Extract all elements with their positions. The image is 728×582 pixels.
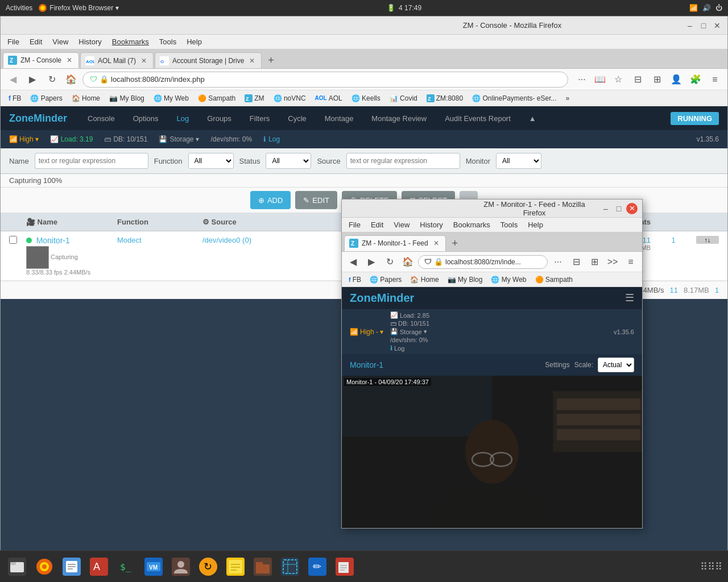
tab-zm-console[interactable]: Z ZM - Console ✕: [3, 52, 79, 68]
tab-close-zm[interactable]: ✕: [65, 56, 74, 65]
hamburger-button[interactable]: ☰: [625, 292, 634, 304]
popup-storage-status[interactable]: 💾 Storage ▾: [390, 328, 429, 335]
menu-help[interactable]: Help: [182, 36, 206, 47]
zm-logo[interactable]: ZoneMinder: [9, 113, 67, 124]
popup-new-tab-button[interactable]: +: [447, 235, 463, 251]
edit-button[interactable]: ✎ EDIT: [295, 191, 337, 209]
menu-tools[interactable]: Tools: [155, 36, 181, 47]
popup-minimize-button[interactable]: –: [600, 203, 611, 214]
popup-forward-button[interactable]: ▶: [363, 254, 379, 270]
activities-label[interactable]: Activities: [6, 4, 32, 12]
bookmark-keells[interactable]: 🌐 Keells: [348, 93, 384, 103]
overflow-button[interactable]: ···: [574, 72, 590, 88]
popup-bookmark-home[interactable]: 🏠 Home: [407, 275, 442, 285]
popup-menu-history[interactable]: History: [415, 219, 447, 230]
reload-button[interactable]: ↻: [44, 72, 60, 88]
popup-overflow-button[interactable]: ···: [550, 254, 566, 270]
popup-close-button[interactable]: ✕: [626, 203, 638, 214]
taskbar-text-editor[interactable]: [60, 555, 83, 578]
power-icon[interactable]: ⏻: [715, 4, 722, 12]
popup-menu-bookmarks[interactable]: Bookmarks: [449, 219, 495, 230]
popup-home-button[interactable]: 🏠: [400, 254, 416, 270]
tab-close-aol[interactable]: ✕: [139, 56, 148, 65]
taskbar-users[interactable]: [169, 555, 192, 578]
popup-bookmark-papers[interactable]: 🌐 Papers: [366, 275, 405, 285]
taskbar-document-reader[interactable]: [333, 555, 356, 578]
bookmark-zm[interactable]: Z ZM: [241, 93, 267, 103]
function-link[interactable]: Modect: [117, 236, 142, 244]
events-count[interactable]: 11: [643, 236, 651, 244]
high-badge[interactable]: 📶 High ▾: [9, 135, 39, 143]
bookmark-myweb[interactable]: 🌐 My Web: [150, 93, 192, 103]
nav-montage[interactable]: Montage: [321, 112, 357, 125]
popup-menu-help[interactable]: Help: [523, 219, 548, 230]
taskbar-files[interactable]: [251, 555, 274, 578]
storage-status[interactable]: 💾 Storage ▾: [159, 135, 199, 143]
popup-log-status[interactable]: ℹ Log: [390, 344, 429, 352]
popup-address-field[interactable]: 🛡 🔒 localhost:8080/zm/inde...: [418, 255, 548, 269]
monitor-select[interactable]: All: [496, 153, 541, 169]
new-tab-button[interactable]: +: [263, 52, 279, 68]
reader-mode-button[interactable]: 📖: [592, 72, 608, 88]
taskbar-text-editor2[interactable]: ✏: [306, 555, 329, 578]
popup-back-button[interactable]: ◀: [345, 254, 361, 270]
minimize-button[interactable]: –: [684, 20, 696, 31]
popup-tab-feed[interactable]: Z ZM - Monitor-1 - Feed ✕: [344, 235, 446, 251]
tab-aol-mail[interactable]: AOL AOL Mail (7) ✕: [80, 52, 154, 68]
source-input[interactable]: [346, 153, 460, 169]
row-sort-up[interactable]: ↑↓: [696, 236, 719, 244]
popup-reload-button[interactable]: ↻: [382, 254, 398, 270]
nav-collapse[interactable]: ▲: [526, 112, 540, 125]
zones-count[interactable]: 1: [671, 236, 675, 244]
monitor-name-link[interactable]: Monitor-1: [36, 236, 70, 245]
taskbar-firefox[interactable]: [33, 555, 56, 578]
menu-bookmarks[interactable]: Bookmarks: [107, 36, 154, 47]
popup-menu-file[interactable]: File: [344, 219, 365, 230]
popup-menu-view[interactable]: View: [389, 219, 414, 230]
address-field[interactable]: 🛡 🔒 localhost:8080/zm/index.php: [82, 72, 568, 88]
nav-groups[interactable]: Groups: [204, 112, 235, 125]
nav-montage-review[interactable]: Montage Review: [368, 112, 430, 125]
bookmark-novnc[interactable]: 🌐 noVNC: [270, 93, 309, 103]
bookmark-sampath[interactable]: 🟠 Sampath: [195, 93, 239, 103]
taskbar-terminal[interactable]: $_: [115, 555, 138, 578]
menu-view[interactable]: View: [48, 36, 73, 47]
taskbar-screenshot[interactable]: [279, 555, 301, 578]
forward-button[interactable]: ▶: [24, 72, 40, 88]
bookmark-covid[interactable]: 📊 Covid: [386, 93, 421, 103]
nav-options[interactable]: Options: [130, 112, 162, 125]
popup-bookmark-myweb[interactable]: 🌐 My Web: [487, 275, 530, 285]
bookmark-papers[interactable]: 🌐 Papers: [27, 93, 65, 103]
bookmark-aol[interactable]: AOL AOL: [312, 93, 346, 103]
popup-menu-edit[interactable]: Edit: [366, 219, 388, 230]
popup-tab-close[interactable]: ✕: [432, 239, 441, 248]
bookmark-onlinepayments[interactable]: 🌐 OnlinePayments- eSer...: [469, 93, 560, 103]
taskbar-file-manager[interactable]: [6, 555, 28, 578]
nav-console[interactable]: Console: [84, 112, 118, 125]
bookmark-myblog[interactable]: 📷 My Blog: [106, 93, 148, 103]
tab-view-button[interactable]: ⊞: [649, 72, 665, 88]
menu-history[interactable]: History: [74, 36, 106, 47]
nav-filters[interactable]: Filters: [246, 112, 273, 125]
popup-menu-button[interactable]: ≡: [623, 254, 639, 270]
nav-cycle[interactable]: Cycle: [284, 112, 310, 125]
popup-bookmark-sampath[interactable]: 🟠 Sampath: [532, 275, 576, 285]
back-button[interactable]: ◀: [5, 72, 21, 88]
taskbar-app-grid[interactable]: ⠿⠿⠿: [700, 560, 722, 573]
popup-maximize-button[interactable]: □: [613, 203, 624, 214]
popup-zm-logo[interactable]: ZoneMinder: [350, 292, 414, 305]
log-status[interactable]: ℹ Log: [263, 135, 280, 143]
account-button[interactable]: 👤: [668, 72, 684, 88]
tab-close-storage[interactable]: ✕: [247, 56, 257, 65]
taskbar-software-updater[interactable]: ↻: [197, 555, 220, 578]
sidebar-toggle-button[interactable]: ⊟: [630, 72, 646, 88]
add-button[interactable]: ⊕ ADD: [250, 191, 291, 209]
menu-file[interactable]: File: [3, 36, 24, 47]
nav-log[interactable]: Log: [173, 112, 193, 125]
bookmark-star-button[interactable]: ☆: [610, 72, 626, 88]
popup-settings-label[interactable]: Settings: [545, 361, 569, 369]
bookmark-more[interactable]: »: [562, 93, 573, 103]
source-link[interactable]: /dev/video0 (0): [202, 236, 251, 244]
popup-bookmark-myblog[interactable]: 📷 My Blog: [444, 275, 486, 285]
popup-more-button[interactable]: >>: [605, 254, 621, 270]
